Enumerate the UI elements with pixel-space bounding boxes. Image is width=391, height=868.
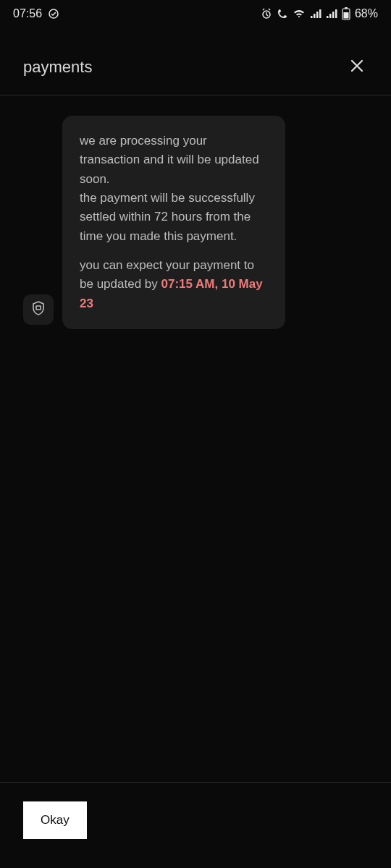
call-icon [277,8,288,20]
svg-rect-4 [316,12,319,18]
svg-rect-5 [319,9,321,18]
svg-rect-13 [36,306,41,310]
svg-rect-7 [329,14,332,18]
svg-rect-9 [335,9,337,18]
close-icon [349,65,365,76]
svg-rect-11 [345,7,348,9]
alarm-icon [261,8,272,20]
header: payments [0,27,391,95]
bot-avatar [23,294,54,325]
message-line-2: the payment will be successfully settled… [80,191,255,243]
status-time: 07:56 [13,7,42,20]
okay-button[interactable]: Okay [23,801,87,839]
svg-rect-2 [311,16,313,18]
svg-rect-3 [314,14,316,18]
signal-icon-1 [310,9,321,19]
status-bar: 07:56 68% [0,0,391,27]
wifi-icon [293,9,306,19]
svg-rect-12 [343,12,348,19]
battery-percent: 68% [355,7,378,20]
close-button[interactable] [346,55,368,79]
svg-rect-8 [332,12,335,18]
content: we are processing your transaction and i… [0,95,391,782]
signal-icon-2 [326,9,337,19]
svg-rect-6 [327,16,329,18]
footer: Okay [0,782,391,868]
message-line-1: we are processing your transaction and i… [80,134,259,186]
shield-icon [30,299,47,320]
page-title: payments [23,58,92,77]
battery-icon [342,7,350,20]
app-icon [48,8,59,20]
